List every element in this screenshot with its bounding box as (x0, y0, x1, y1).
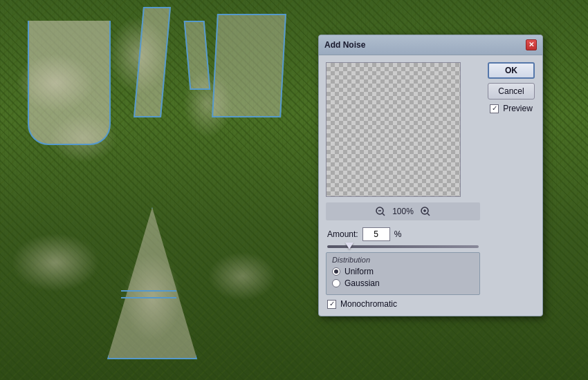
cancel-button[interactable]: Cancel (488, 83, 535, 99)
distribution-title: Distribution (332, 256, 474, 264)
gaussian-radio[interactable] (332, 279, 340, 287)
uniform-label: Uniform (344, 267, 374, 276)
dialog-title: Add Noise (324, 40, 365, 50)
preview-check-row: Preview (490, 104, 533, 113)
dialog-titlebar: Add Noise ✕ (319, 35, 542, 55)
letter-u (28, 21, 111, 145)
letter-a-crossbar (121, 290, 176, 298)
monochromatic-row: Monochromatic (326, 299, 480, 309)
preview-image (326, 62, 461, 197)
amount-row: Amount: % (326, 227, 480, 241)
uniform-radio[interactable] (332, 267, 340, 276)
dialog-body: 100% Amount: % (319, 55, 542, 316)
zoom-out-icon[interactable] (374, 205, 387, 218)
uniform-radio-row: Uniform (332, 267, 474, 276)
monochromatic-label: Monochromatic (340, 299, 397, 309)
letter-stroke-3 (212, 14, 286, 117)
add-noise-dialog: Add Noise ✕ 100% (318, 35, 543, 316)
monochromatic-checkbox[interactable] (327, 300, 336, 309)
zoom-level-label: 100% (392, 207, 414, 216)
distribution-section: Distribution Uniform Gaussian (326, 252, 480, 295)
percent-symbol: % (394, 229, 402, 239)
gaussian-label: Gaussian (344, 278, 380, 288)
close-button[interactable]: ✕ (526, 39, 537, 50)
svg-line-2 (383, 213, 385, 216)
preview-checkbox[interactable] (490, 104, 499, 113)
preview-label: Preview (503, 104, 533, 113)
left-panel: 100% Amount: % (326, 62, 480, 309)
amount-label: Amount: (327, 229, 358, 239)
ok-button[interactable]: OK (488, 62, 535, 79)
slider-thumb[interactable] (345, 243, 353, 249)
amount-slider[interactable] (326, 245, 480, 248)
gaussian-radio-row: Gaussian (332, 278, 474, 288)
slider-track[interactable] (327, 245, 479, 248)
zoom-controls: 100% (326, 202, 480, 220)
zoom-in-icon[interactable] (419, 205, 432, 218)
amount-input[interactable] (362, 227, 390, 241)
right-panel: OK Cancel Preview (487, 62, 535, 309)
svg-line-6 (428, 213, 430, 216)
